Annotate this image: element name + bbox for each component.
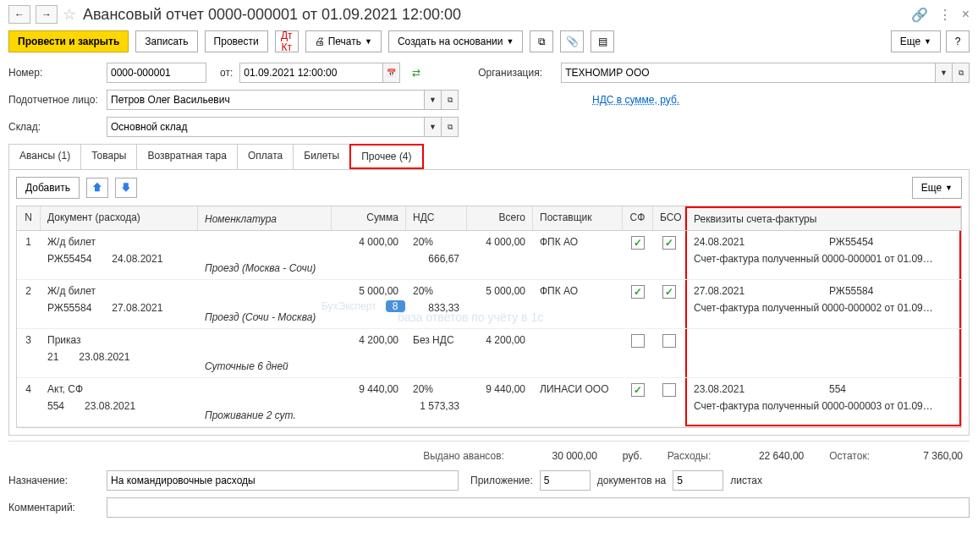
number-label: Номер: [8, 67, 100, 79]
totals-advances-label: Выдано авансов: [423, 450, 504, 462]
cell-nom: Проживание 2 сут. [198, 378, 332, 426]
attachment-count-field[interactable] [540, 470, 591, 491]
sub-more-button[interactable]: Еще ▼ [912, 177, 962, 199]
tab-other[interactable]: Прочее (4) [349, 144, 423, 169]
copy-icon-button[interactable]: ⧉ [530, 30, 553, 52]
cell-supplier: ФПК АО [533, 280, 623, 328]
warehouse-popout-icon[interactable]: ⧉ [442, 117, 459, 137]
list-icon-button[interactable]: ▤ [591, 30, 614, 52]
purpose-field[interactable] [107, 470, 459, 491]
org-popout-icon[interactable]: ⧉ [953, 63, 970, 83]
person-dropdown-icon[interactable]: ▼ [425, 90, 442, 110]
page-title: Авансовый отчет 0000-000001 от 01.09.202… [83, 6, 461, 24]
cell-sf[interactable]: ✓ [623, 378, 653, 426]
cell-nds: 20%833,33 [406, 280, 467, 328]
cell-rek: 24.08.2021РЖ55454 Счет-фактура полученны… [685, 231, 961, 279]
cell-supplier [533, 329, 623, 377]
cell-nds: 20%1 573,33 [406, 378, 467, 426]
sheets-label: листах [730, 475, 762, 486]
vat-link[interactable]: НДС в сумме, руб. [592, 94, 679, 106]
org-dropdown-icon[interactable]: ▼ [936, 63, 953, 83]
print-button[interactable]: 🖨 Печать ▼ [305, 30, 382, 52]
cell-bso[interactable]: ✓ [653, 231, 685, 279]
th-total: Всего [467, 206, 533, 230]
docs-on-label: документов на [597, 475, 667, 486]
post-button[interactable]: Провести [205, 30, 268, 52]
cell-total: 5 000,00 [467, 280, 533, 328]
cell-supplier: ФПК АО [533, 231, 623, 279]
totals-balance-label: Остаток: [829, 450, 870, 462]
th-bso: БСО [653, 206, 685, 230]
favorite-star-icon[interactable]: ☆ [63, 5, 76, 24]
link-icon[interactable]: 🔗 [911, 7, 928, 23]
cell-supplier: ЛИНАСИ ООО [533, 378, 623, 426]
th-sum: Сумма [332, 206, 406, 230]
move-up-button[interactable]: 🡅 [86, 178, 108, 198]
warehouse-dropdown-icon[interactable]: ▼ [425, 117, 442, 137]
tab-returnable[interactable]: Возвратная тара [136, 144, 238, 169]
date-field[interactable] [239, 63, 383, 83]
cell-doc: Ж/д билет РЖ5558427.08.2021 [41, 280, 198, 328]
attach-icon-button[interactable]: 📎 [560, 30, 584, 52]
person-popout-icon[interactable]: ⧉ [442, 90, 459, 110]
tab-payment[interactable]: Оплата [237, 144, 294, 169]
add-button[interactable]: Добавить [16, 177, 80, 199]
close-icon[interactable]: × [962, 7, 970, 22]
cell-bso[interactable] [653, 329, 685, 377]
tab-tickets[interactable]: Билеты [293, 144, 350, 169]
totals-expenses-label: Расходы: [668, 450, 712, 462]
org-field[interactable] [561, 63, 936, 83]
cell-nds: 20%666,67 [406, 231, 467, 279]
cell-nom: Проезд (Москва - Сочи) [198, 231, 332, 279]
cell-nom: Проезд (Сочи - Москва) [198, 280, 332, 328]
cell-nds: Без НДС [406, 329, 467, 377]
more-button[interactable]: Еще ▼ [891, 30, 941, 52]
cell-sum: 4 200,00 [332, 329, 406, 377]
cell-sf[interactable] [623, 329, 653, 377]
comment-label: Комментарий: [8, 502, 100, 513]
kebab-menu-icon[interactable]: ⋮ [938, 7, 952, 23]
totals-balance: 7 360,00 [895, 450, 963, 462]
cell-n: 3 [17, 329, 41, 377]
cell-sf[interactable]: ✓ [623, 280, 653, 328]
dtkt-icon[interactable]: ДтКт [275, 30, 299, 52]
comment-field[interactable] [107, 497, 970, 518]
create-based-button[interactable]: Создать на основании ▼ [388, 30, 523, 52]
tab-advances[interactable]: Авансы (1) [8, 144, 81, 169]
post-and-close-button[interactable]: Провести и закрыть [8, 30, 129, 52]
totals-currency: руб. [623, 450, 642, 462]
th-sf: СФ [623, 206, 653, 230]
from-label: от: [220, 67, 233, 79]
cell-n: 4 [17, 378, 41, 426]
cell-total: 9 440,00 [467, 378, 533, 426]
table-row[interactable]: 1 Ж/д билет РЖ5545424.08.2021 Проезд (Мо… [17, 231, 961, 280]
tab-goods[interactable]: Товары [80, 144, 137, 169]
table-row[interactable]: 2 Ж/д билет РЖ5558427.08.2021 Проезд (Со… [17, 280, 961, 329]
cell-sf[interactable]: ✓ [623, 231, 653, 279]
refresh-icon[interactable]: ⇄ [412, 67, 420, 79]
cell-rek: 23.08.2021554 Счет-фактура полученный 00… [685, 378, 961, 426]
cell-doc: Приказ 2123.08.2021 [41, 329, 198, 377]
table-row[interactable]: 4 Акт, СФ 55423.08.2021 Проживание 2 сут… [17, 378, 961, 427]
move-down-button[interactable]: 🡇 [115, 178, 137, 198]
sheets-count-field[interactable] [673, 470, 723, 491]
org-label: Организация: [478, 67, 554, 79]
warehouse-label: Склад: [8, 121, 100, 133]
cell-total: 4 000,00 [467, 231, 533, 279]
number-field[interactable] [107, 63, 206, 83]
th-doc: Документ (расхода) [41, 206, 198, 230]
cell-bso[interactable]: ✓ [653, 280, 685, 328]
nav-back-button[interactable]: ← [8, 5, 30, 24]
calendar-icon[interactable]: 📅 [383, 63, 400, 83]
help-button[interactable]: ? [946, 30, 970, 52]
th-n: N [17, 206, 41, 230]
cell-rek [685, 329, 961, 377]
cell-bso[interactable] [653, 378, 685, 426]
table-row[interactable]: 3 Приказ 2123.08.2021 Суточные 6 дней 4 … [17, 329, 961, 378]
totals-expenses: 22 640,00 [736, 450, 804, 462]
cell-n: 2 [17, 280, 41, 328]
write-button[interactable]: Записать [135, 30, 197, 52]
person-field[interactable] [107, 90, 425, 110]
nav-forward-button[interactable]: → [36, 5, 58, 24]
warehouse-field[interactable] [107, 117, 425, 137]
